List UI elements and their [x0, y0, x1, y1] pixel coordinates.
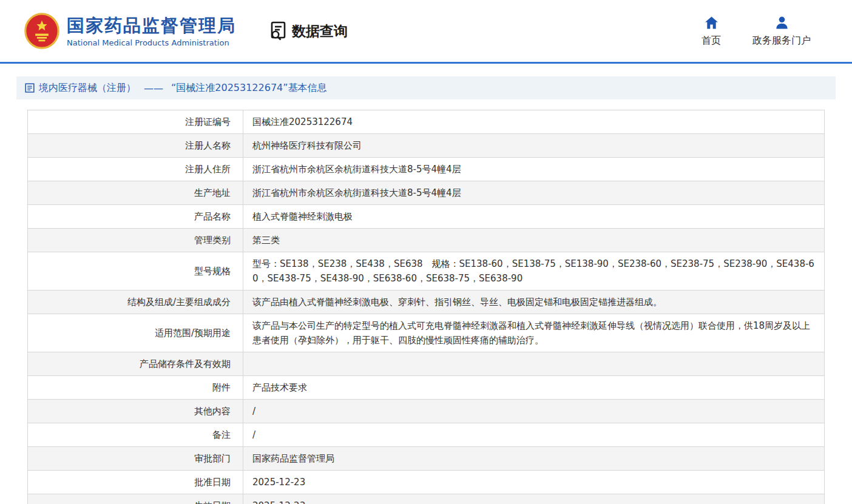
nav-item-home[interactable]: 首页: [702, 15, 721, 47]
row-label: 适用范围/预期用途: [28, 314, 243, 352]
registration-info-table: 注册证编号 国械注准20253122674 注册人名称 杭州神络医疗科技有限公司…: [27, 110, 825, 504]
document-search-icon: [268, 21, 288, 41]
row-label: 附件: [28, 376, 243, 400]
row-value: 植入式脊髓神经刺激电极: [243, 205, 825, 229]
table-row: 注册人名称 杭州神络医疗科技有限公司: [28, 134, 825, 158]
row-value: 2025-12-23: [243, 494, 825, 504]
table-row: 批准日期 2025-12-23: [28, 471, 825, 494]
table-row: 结构及组成/主要组成成分 该产品由植入式脊髓神经刺激电极、穿刺针、指引钢丝、导丝…: [28, 291, 825, 314]
section-category: 境内医疗器械（注册）: [39, 82, 136, 95]
user-icon: [774, 15, 789, 30]
row-value: [243, 352, 825, 376]
page-header: 国家药品监督管理局 National Medical Products Admi…: [0, 0, 852, 62]
row-label: 生产地址: [28, 181, 243, 205]
table-row: 生产地址 浙江省杭州市余杭区余杭街道科技大道8-5号4幢4层: [28, 181, 825, 205]
row-label: 结构及组成/主要组成成分: [28, 291, 243, 314]
row-value: 浙江省杭州市余杭区余杭街道科技大道8-5号4幢4层: [243, 158, 825, 181]
row-label: 产品储存条件及有效期: [28, 352, 243, 376]
row-value: 第三类: [243, 229, 825, 252]
table-row: 注册证编号 国械注准20253122674: [28, 110, 825, 134]
row-label: 注册人住所: [28, 158, 243, 181]
table-row: 管理类别 第三类: [28, 229, 825, 252]
table-row: 产品名称 植入式脊髓神经刺激电极: [28, 205, 825, 229]
nav-label-portal: 政务服务门户: [752, 35, 811, 47]
row-value: 国家药品监督管理局: [243, 447, 825, 471]
row-label: 注册人名称: [28, 134, 243, 158]
row-value: 该产品由植入式脊髓神经刺激电极、穿刺针、指引钢丝、导丝、电极固定锚和电极固定锚推…: [243, 291, 825, 314]
data-query-heading: 数据查询: [268, 21, 348, 41]
row-value: /: [243, 423, 825, 447]
row-value: 2025-12-23: [243, 471, 825, 494]
nav-label-home: 首页: [702, 35, 721, 47]
row-label: 备注: [28, 423, 243, 447]
header-nav: 首页 政务服务门户: [702, 15, 852, 47]
table-row: 生效日期 2025-12-23: [28, 494, 825, 504]
table-row: 产品储存条件及有效期: [28, 352, 825, 376]
row-value: 浙江省杭州市余杭区余杭街道科技大道8-5号4幢4层: [243, 181, 825, 205]
registration-info: 注册证编号 国械注准20253122674 注册人名称 杭州神络医疗科技有限公司…: [0, 99, 852, 504]
row-label: 管理类别: [28, 229, 243, 252]
org-name-en: National Medical Products Administration: [67, 38, 236, 47]
row-value: 产品技术要求: [243, 376, 825, 400]
row-label: 批准日期: [28, 471, 243, 494]
org-name-cn: 国家药品监督管理局: [67, 15, 236, 36]
row-label: 型号规格: [28, 252, 243, 291]
nav-item-portal[interactable]: 政务服务门户: [752, 15, 811, 47]
form-icon: [25, 83, 35, 93]
row-label: 注册证编号: [28, 110, 243, 134]
row-value: 该产品与本公司生产的特定型号的植入式可充电脊髓神经刺激器和植入式脊髓神经刺激延伸…: [243, 314, 825, 352]
row-label: 其他内容: [28, 400, 243, 423]
row-value: 型号：SE138，SE238，SE438，SE638 规格：SE138-60，S…: [243, 252, 825, 291]
row-label: 审批部门: [28, 447, 243, 471]
row-value: /: [243, 400, 825, 423]
home-icon: [704, 15, 719, 30]
table-row: 附件 产品技术要求: [28, 376, 825, 400]
table-row: 注册人住所 浙江省杭州市余杭区余杭街道科技大道8-5号4幢4层: [28, 158, 825, 181]
table-row: 适用范围/预期用途 该产品与本公司生产的特定型号的植入式可充电脊髓神经刺激器和植…: [28, 314, 825, 352]
row-label: 生效日期: [28, 494, 243, 504]
row-label: 产品名称: [28, 205, 243, 229]
table-row: 审批部门 国家药品监督管理局: [28, 447, 825, 471]
row-value: 国械注准20253122674: [243, 110, 825, 134]
table-row: 其他内容 /: [28, 400, 825, 423]
nmpa-logo: 国家药品监督管理局 National Medical Products Admi…: [24, 13, 236, 49]
data-query-title: 数据查询: [292, 22, 348, 41]
section-dash: ——: [144, 82, 163, 94]
table-row: 型号规格 型号：SE138，SE238，SE438，SE638 规格：SE138…: [28, 252, 825, 291]
national-emblem-icon: [24, 13, 59, 49]
row-value: 杭州神络医疗科技有限公司: [243, 134, 825, 158]
section-title: “国械注准20253122674”基本信息: [171, 82, 327, 95]
section-title-bar: 境内医疗器械（注册） —— “国械注准20253122674”基本信息: [16, 76, 836, 99]
table-row: 备注 /: [28, 423, 825, 447]
header-divider: [0, 62, 852, 64]
